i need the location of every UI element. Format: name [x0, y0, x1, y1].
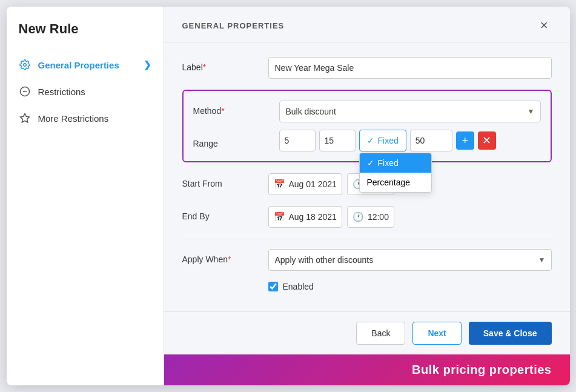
- enabled-label: Enabled: [283, 282, 314, 291]
- range-value-input[interactable]: [410, 130, 452, 151]
- discount-type-wrapper: ✓ Fixed ✓ Fixed: [359, 130, 406, 151]
- star-icon: [19, 112, 31, 124]
- start-from-label: Start From: [182, 173, 261, 188]
- bulk-banner-text: Bulk pricing properties: [412, 363, 551, 376]
- calendar-icon: 📅: [274, 179, 285, 190]
- method-select[interactable]: Bulk discount Fixed discount Percentage …: [279, 101, 541, 122]
- main-header-title: GENERAL PROPERTIES: [182, 21, 285, 30]
- modal-window: New Rule General Properties ❯: [7, 7, 570, 385]
- remove-range-button[interactable]: ✕: [478, 131, 496, 150]
- sidebar-item-label-more-restrictions: More Restrictions: [38, 113, 109, 124]
- dropdown-item-fixed[interactable]: ✓ Fixed: [360, 153, 431, 173]
- method-label: Method*: [193, 101, 272, 116]
- discount-type-button[interactable]: ✓ Fixed: [359, 130, 406, 151]
- apply-when-row: Apply When* Apply with other discounts A…: [182, 249, 552, 271]
- start-date-field[interactable]: 📅 Aug 01 2021: [268, 173, 342, 195]
- close-button[interactable]: ×: [537, 18, 552, 33]
- apply-when-select-wrapper: Apply with other discounts Apply alone ▼: [268, 249, 552, 271]
- enabled-checkbox[interactable]: [268, 282, 278, 291]
- sidebar-item-general-properties[interactable]: General Properties ❯: [7, 51, 164, 78]
- method-select-wrapper: Bulk discount Fixed discount Percentage …: [279, 101, 541, 122]
- sidebar-item-label-general: General Properties: [38, 60, 119, 70]
- apply-when-label: Apply When*: [182, 249, 261, 264]
- main-header: GENERAL PROPERTIES ×: [164, 7, 570, 42]
- label-input[interactable]: [268, 57, 552, 79]
- range-row: Range ✓ Fixed: [193, 130, 541, 151]
- next-button[interactable]: Next: [412, 322, 461, 345]
- main-content: GENERAL PROPERTIES × Label* M: [164, 7, 570, 385]
- label-field-label: Label*: [182, 57, 261, 72]
- end-date-field[interactable]: 📅 Aug 18 2021: [268, 206, 342, 228]
- sidebar-item-label-restrictions: Restrictions: [38, 87, 85, 97]
- bordered-section: Method* Bulk discount Fixed discount Per…: [182, 90, 552, 162]
- end-by-row: End By 📅 Aug 18 2021 🕐 12:00: [182, 206, 552, 228]
- sidebar-title: New Rule: [7, 21, 164, 51]
- end-time-value: 12:00: [368, 212, 389, 222]
- modal-body: New Rule General Properties ❯: [7, 7, 570, 385]
- form-area: Label* Method* Bulk discount: [164, 42, 570, 311]
- bulk-pricing-banner: Bulk pricing properties: [164, 354, 570, 385]
- minus-circle-icon: [19, 85, 31, 98]
- save-close-button[interactable]: Save & Close: [469, 322, 552, 345]
- enabled-wrapper: Enabled: [268, 282, 552, 291]
- add-range-button[interactable]: +: [456, 131, 474, 150]
- start-date-value: Aug 01 2021: [289, 179, 337, 189]
- sidebar-item-more-restrictions[interactable]: More Restrictions: [7, 105, 164, 131]
- end-by-label: End By: [182, 206, 261, 221]
- range-label: Range: [193, 133, 272, 148]
- chevron-right-icon: ❯: [144, 59, 151, 70]
- form-divider: [182, 239, 552, 239]
- discount-type-label: Fixed: [378, 136, 399, 145]
- range-to-input[interactable]: [319, 130, 356, 151]
- svg-point-0: [23, 64, 26, 67]
- dropdown-item-percentage[interactable]: Percentage: [360, 173, 431, 192]
- back-button[interactable]: Back: [356, 322, 405, 345]
- check-icon: ✓: [367, 158, 374, 168]
- range-inputs: ✓ Fixed ✓ Fixed: [279, 130, 541, 151]
- method-row: Method* Bulk discount Fixed discount Per…: [193, 101, 541, 122]
- calendar-icon-end: 📅: [274, 211, 285, 222]
- checkmark-icon: ✓: [367, 136, 374, 145]
- range-from-input[interactable]: [279, 130, 316, 151]
- gear-icon: [19, 59, 31, 71]
- clock-icon-end: 🕐: [353, 211, 364, 222]
- discount-type-dropdown: ✓ Fixed Percentage: [359, 153, 432, 193]
- label-row: Label*: [182, 57, 552, 79]
- apply-when-select[interactable]: Apply with other discounts Apply alone: [268, 249, 552, 271]
- end-date-value: Aug 18 2021: [289, 212, 337, 222]
- sidebar-item-restrictions[interactable]: Restrictions: [7, 78, 164, 105]
- svg-marker-3: [20, 114, 29, 122]
- sidebar: New Rule General Properties ❯: [7, 7, 164, 385]
- end-time-field[interactable]: 🕐 12:00: [347, 206, 394, 228]
- modal-footer: Back Next Save & Close: [164, 311, 570, 354]
- end-datetime-wrapper: 📅 Aug 18 2021 🕐 12:00: [268, 206, 552, 228]
